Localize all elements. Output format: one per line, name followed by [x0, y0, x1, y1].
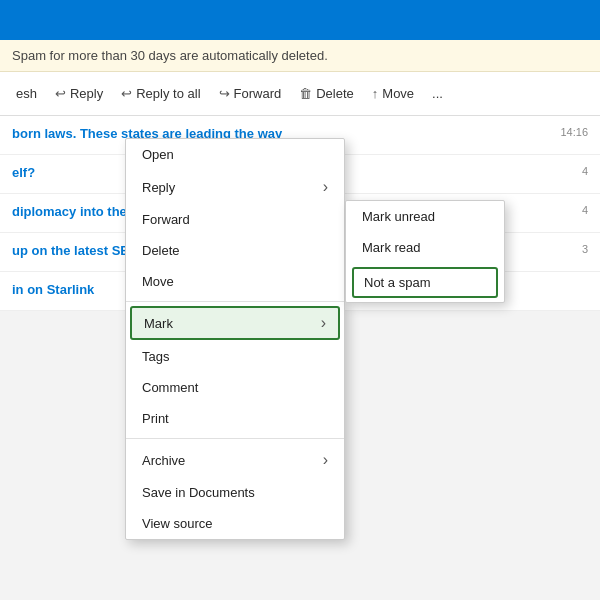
- more-label: ...: [432, 86, 443, 101]
- context-menu-item[interactable]: Move: [126, 266, 344, 297]
- context-menu-item[interactable]: View source: [126, 508, 344, 539]
- toolbar-refresh[interactable]: esh: [8, 80, 45, 107]
- context-menu-item-label: Delete: [142, 243, 180, 258]
- submenu-item[interactable]: Mark read: [346, 232, 504, 263]
- submenu-item[interactable]: Mark unread: [346, 201, 504, 232]
- context-menu: OpenReplyForwardDeleteMoveMarkTagsCommen…: [125, 138, 345, 540]
- context-menu-item-label: View source: [142, 516, 213, 531]
- reply-all-label: Reply to all: [136, 86, 200, 101]
- spam-notice-text: Spam for more than 30 days are automatic…: [12, 48, 328, 63]
- email-subject: up on the latest SE: [12, 243, 129, 258]
- context-menu-item-label: Forward: [142, 212, 190, 227]
- context-menu-item[interactable]: Delete: [126, 235, 344, 266]
- context-menu-item[interactable]: Reply: [126, 170, 344, 204]
- delete-label: Delete: [316, 86, 354, 101]
- context-menu-item[interactable]: Archive: [126, 443, 344, 477]
- submenu-item[interactable]: Not a spam: [352, 267, 498, 298]
- context-menu-item[interactable]: Forward: [126, 204, 344, 235]
- move-icon: ↑: [372, 86, 379, 101]
- move-button[interactable]: ↑ Move: [364, 80, 422, 107]
- move-label: Move: [382, 86, 414, 101]
- context-menu-separator: [126, 301, 344, 302]
- context-menu-item-label: Mark: [144, 316, 173, 331]
- context-menu-item-label: Save in Documents: [142, 485, 255, 500]
- context-menu-item-label: Archive: [142, 453, 185, 468]
- context-menu-item[interactable]: Open: [126, 139, 344, 170]
- email-subject: diplomacy into the: [12, 204, 127, 219]
- context-menu-item-label: Reply: [142, 180, 175, 195]
- context-menu-item[interactable]: Save in Documents: [126, 477, 344, 508]
- forward-button[interactable]: ↪ Forward: [211, 80, 290, 107]
- email-subject: in on Starlink: [12, 282, 94, 297]
- submenu-item-label: Mark read: [362, 240, 421, 255]
- reply-icon: ↩: [55, 86, 66, 101]
- email-time: 3: [582, 243, 588, 255]
- top-bar: [0, 0, 600, 40]
- context-menu-item[interactable]: Comment: [126, 372, 344, 403]
- context-menu-item[interactable]: Tags: [126, 341, 344, 372]
- forward-icon: ↪: [219, 86, 230, 101]
- email-time: 4: [582, 165, 588, 177]
- reply-label: Reply: [70, 86, 103, 101]
- context-menu-item-label: Move: [142, 274, 174, 289]
- context-menu-item[interactable]: Mark: [130, 306, 340, 340]
- email-time: 4: [582, 204, 588, 216]
- more-button[interactable]: ...: [424, 80, 451, 107]
- reply-button[interactable]: ↩ Reply: [47, 80, 111, 107]
- refresh-text: esh: [16, 86, 37, 101]
- delete-button[interactable]: 🗑 Delete: [291, 80, 362, 107]
- context-menu-item-label: Open: [142, 147, 174, 162]
- context-menu-item-label: Print: [142, 411, 169, 426]
- submenu-item-label: Not a spam: [364, 275, 430, 290]
- context-menu-item[interactable]: Print: [126, 403, 344, 434]
- context-menu-item-label: Tags: [142, 349, 169, 364]
- email-subject: elf?: [12, 165, 35, 180]
- context-menu-separator: [126, 438, 344, 439]
- email-time: 14:16: [560, 126, 588, 138]
- submenu-item-label: Mark unread: [362, 209, 435, 224]
- reply-all-icon: ↩: [121, 86, 132, 101]
- delete-icon: 🗑: [299, 86, 312, 101]
- reply-all-button[interactable]: ↩ Reply to all: [113, 80, 208, 107]
- submenu: Mark unreadMark readNot a spam: [345, 200, 505, 303]
- spam-notice: Spam for more than 30 days are automatic…: [0, 40, 600, 72]
- context-menu-item-label: Comment: [142, 380, 198, 395]
- toolbar: esh ↩ Reply ↩ Reply to all ↪ Forward 🗑 D…: [0, 72, 600, 116]
- forward-label: Forward: [234, 86, 282, 101]
